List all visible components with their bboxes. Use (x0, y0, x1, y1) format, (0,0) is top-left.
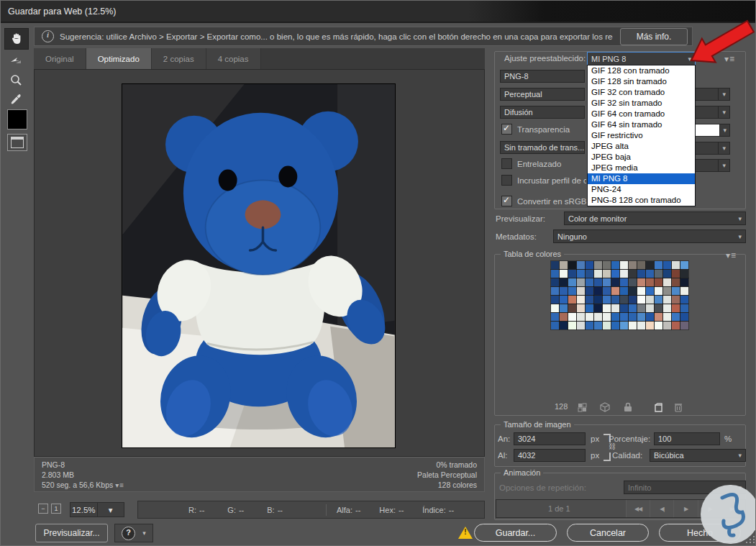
checkbox-unchecked-icon[interactable] (501, 175, 512, 186)
color-swatch[interactable] (611, 296, 619, 304)
color-swatch[interactable] (672, 313, 680, 321)
preset-option[interactable]: GIF 64 con tramado (588, 109, 695, 119)
color-swatch[interactable] (663, 287, 671, 295)
color-swatch[interactable] (680, 313, 688, 321)
play-button[interactable]: ▶ (673, 500, 697, 517)
color-swatch[interactable] (620, 261, 628, 269)
color-swatch[interactable] (680, 287, 688, 295)
web-shift-icon[interactable] (599, 401, 611, 413)
color-swatch[interactable] (568, 270, 576, 278)
color-swatch[interactable] (560, 304, 568, 312)
color-swatch[interactable] (577, 304, 585, 312)
color-swatch[interactable] (663, 304, 671, 312)
color-swatch[interactable] (620, 296, 628, 304)
color-swatch[interactable] (594, 296, 602, 304)
color-swatch[interactable] (620, 287, 628, 295)
color-swatch[interactable] (646, 287, 654, 295)
color-swatch[interactable] (594, 313, 602, 321)
color-swatch[interactable] (577, 261, 585, 269)
slice-select-tool-icon[interactable] (4, 50, 27, 70)
color-swatch[interactable] (586, 287, 593, 295)
color-swatch[interactable] (629, 287, 637, 295)
preset-option[interactable]: GIF restrictivo (588, 130, 695, 141)
color-swatch[interactable] (611, 287, 619, 295)
preset-option[interactable]: GIF 64 sin tramado (588, 119, 695, 130)
color-swatch[interactable] (672, 278, 680, 286)
color-swatch[interactable] (655, 313, 662, 321)
preset-option[interactable]: JPEG baja (588, 152, 695, 163)
color-swatch[interactable] (568, 313, 576, 321)
color-swatch[interactable] (603, 322, 611, 329)
optimized-image-preview[interactable] (122, 83, 396, 448)
color-swatch[interactable] (594, 278, 602, 286)
color-swatch[interactable] (637, 270, 645, 278)
color-swatch[interactable] (637, 296, 645, 304)
color-swatch[interactable] (629, 296, 637, 304)
color-swatch[interactable] (611, 261, 619, 269)
tab-optimizado[interactable]: Optimizado (86, 48, 152, 69)
color-swatch[interactable] (655, 304, 662, 312)
color-swatch[interactable] (586, 261, 593, 269)
chevron-down-icon[interactable]: ▾ (719, 124, 729, 136)
lock-color-icon[interactable] (622, 401, 634, 413)
color-swatch[interactable] (611, 304, 619, 312)
resize-grip[interactable] (746, 536, 755, 543)
foreground-color-swatch[interactable] (7, 109, 27, 129)
color-swatch[interactable] (680, 322, 688, 329)
color-swatch[interactable] (560, 322, 568, 329)
metadata-select[interactable]: Ninguno▾ (553, 229, 746, 243)
color-swatch[interactable] (551, 322, 559, 329)
color-swatch[interactable] (655, 296, 662, 304)
color-swatch[interactable] (568, 278, 576, 286)
color-swatch[interactable] (672, 270, 680, 278)
color-swatch[interactable] (577, 322, 585, 329)
color-swatch[interactable] (637, 287, 645, 295)
color-swatch[interactable] (603, 304, 611, 312)
save-button[interactable]: Guardar... (474, 524, 557, 542)
color-swatch[interactable] (680, 296, 688, 304)
color-swatch[interactable] (551, 313, 559, 321)
color-swatch[interactable] (594, 322, 602, 329)
color-swatch[interactable] (560, 313, 568, 321)
color-swatch[interactable] (655, 278, 662, 286)
color-swatch[interactable] (620, 278, 628, 286)
color-swatch[interactable] (551, 304, 559, 312)
color-swatch[interactable] (637, 313, 645, 321)
color-swatch[interactable] (577, 287, 585, 295)
color-swatch[interactable] (577, 313, 585, 321)
color-swatch[interactable] (629, 322, 637, 329)
chevron-down-icon[interactable]: ▾ (718, 88, 726, 100)
browser-select-button[interactable]: ▾ (114, 524, 153, 542)
preset-option[interactable]: MI PNG 8 (588, 173, 695, 184)
color-swatch[interactable] (646, 261, 654, 269)
color-table-panel-menu-icon[interactable]: ▾≡ (726, 250, 737, 260)
checkbox-unchecked-icon[interactable] (501, 158, 512, 169)
color-swatch[interactable] (586, 278, 593, 286)
color-swatch[interactable] (586, 322, 593, 329)
chevron-down-icon[interactable]: ▾ (718, 160, 726, 171)
color-swatch[interactable] (568, 261, 576, 269)
color-swatch[interactable] (629, 304, 637, 312)
color-swatch[interactable] (637, 278, 645, 286)
tab-2-copias[interactable]: 2 copias (152, 48, 206, 69)
color-swatch[interactable] (603, 270, 611, 278)
color-swatch[interactable] (603, 278, 611, 286)
color-swatch[interactable] (551, 287, 559, 295)
previous-frame-button[interactable]: ◀| (650, 500, 673, 517)
color-swatch[interactable] (586, 296, 593, 304)
embed-profile-checkbox[interactable]: Incrustar perfil de col (501, 175, 586, 186)
color-swatch[interactable] (663, 278, 671, 286)
chevron-down-icon[interactable]: ▾ (718, 106, 726, 118)
tab-4-copias[interactable]: 4 copias (206, 48, 261, 69)
color-swatch[interactable] (594, 287, 602, 295)
color-swatch[interactable] (603, 313, 611, 321)
color-swatch[interactable] (663, 296, 671, 304)
preset-option[interactable]: PNG-8 128 con tramado (588, 195, 695, 206)
color-swatch[interactable] (637, 322, 645, 329)
dither-colors-icon[interactable] (576, 401, 588, 413)
color-swatch[interactable] (603, 296, 611, 304)
chevron-down-icon[interactable]: ▾ (97, 503, 124, 517)
preview-mode-select[interactable]: Color de monitor▾ (564, 211, 746, 225)
color-swatch[interactable] (560, 270, 568, 278)
color-swatch[interactable] (568, 322, 576, 329)
